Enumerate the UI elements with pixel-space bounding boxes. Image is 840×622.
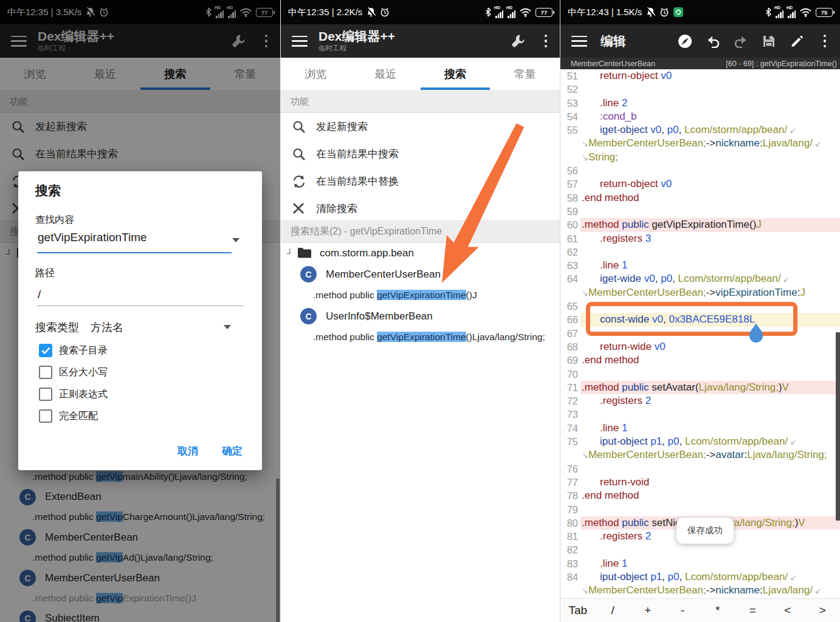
symbol-key-Tab[interactable]: Tab — [560, 604, 596, 617]
package-row[interactable]: ┘com.storm.app.bean — [281, 243, 560, 264]
navigate-compass-icon[interactable] — [671, 28, 699, 55]
ok-button[interactable]: 确定 — [213, 441, 251, 460]
method-result-row[interactable]: .method public getVipExpirationTime()Lja… — [281, 327, 560, 348]
symbol-key--[interactable]: - — [666, 604, 701, 617]
code-text: :cond_b — [600, 110, 637, 123]
symbol-key-<[interactable]: < — [770, 604, 805, 617]
code-wrap-row[interactable]: ↘String; — [560, 151, 840, 164]
checkbox-正则表达式[interactable]: 正则表达式 — [39, 385, 108, 403]
code-line-64[interactable]: 64iget-wide v0, p0, Lcom/storm/app/bean/… — [560, 272, 840, 285]
code-line-84[interactable]: 84iput-object p1, p0, Lcom/storm/app/bea… — [560, 570, 840, 584]
line-number: 72 — [560, 394, 578, 408]
text-cursor-handle[interactable] — [748, 323, 765, 349]
hd-label: HD — [494, 5, 500, 10]
checkbox-unchecked-icon[interactable] — [39, 366, 52, 379]
code-wrap-row[interactable]: ↘MemberCenterUserBean;->avatar:Ljava/lan… — [560, 448, 840, 462]
code-line-53[interactable]: 53.line 2 — [560, 97, 840, 110]
path-label: 路径 — [35, 267, 55, 280]
code-wrap-row[interactable]: ↘MemberCenterUserBean;->nickname:Ljava/l… — [560, 137, 840, 150]
undo-icon[interactable] — [699, 28, 727, 55]
redo-icon[interactable] — [727, 28, 755, 55]
checkbox-搜索子目录[interactable]: 搜索子目录 — [39, 341, 108, 360]
code-line-52[interactable]: 52 — [560, 83, 840, 96]
code-text: iput-object p1, p0, Lcom/storm/app/bean/… — [600, 435, 797, 449]
code-line-56[interactable]: 56 — [560, 164, 840, 177]
find-dropdown-icon[interactable] — [232, 238, 239, 242]
tree-expand-icon[interactable]: ┘ — [287, 248, 295, 258]
menu-item-清除搜索[interactable]: 清除搜索 — [281, 195, 560, 222]
symbol-key-/[interactable]: / — [596, 604, 631, 617]
code-line-60[interactable]: 60.method public getVipExpirationTime()J — [560, 218, 840, 231]
code-line-61[interactable]: 61.registers 3 — [560, 232, 840, 245]
code-wrap-row[interactable]: ↘MemberCenterUserBean;->nickname:Ljava/l… — [560, 584, 840, 597]
tab-最近[interactable]: 最近 — [351, 58, 421, 90]
line-number: 57 — [560, 177, 578, 191]
find-input[interactable]: getVipExpirationTime — [38, 231, 147, 244]
checkbox-unchecked-icon[interactable] — [39, 388, 52, 401]
code-scrollbar[interactable] — [836, 332, 840, 521]
left-phone-panel: 中午12:35 | 3.5K/s HD HD 77 Dex编辑器++ 临时工程 — [0, 0, 280, 622]
breadcrumb-class[interactable]: MemberCenterUserBean — [571, 60, 655, 68]
signal-icon-2: HD — [508, 7, 515, 18]
code-line-69[interactable]: 69.end method — [560, 354, 840, 367]
menu-item-发起新搜索[interactable]: 发起新搜索 — [281, 113, 560, 140]
code-line-63[interactable]: 63.line 1 — [560, 259, 840, 272]
symbol-key->[interactable]: > — [805, 604, 840, 617]
checkbox-checked-icon[interactable] — [39, 344, 52, 357]
code-line-76[interactable]: 76 — [560, 462, 840, 476]
build-wrench-icon[interactable] — [504, 28, 532, 55]
cancel-button[interactable]: 取消 — [169, 441, 207, 460]
line-number: 76 — [560, 462, 578, 476]
method-signature: .method public getVipExpirationTime()Lja… — [313, 332, 545, 343]
code-line-58[interactable]: 58.end method — [560, 191, 840, 205]
code-line-68[interactable]: 68return-wide v0 — [560, 340, 840, 354]
code-line-70[interactable]: 70 — [560, 367, 840, 381]
edit-pencil-icon[interactable] — [783, 28, 811, 55]
overflow-menu-icon[interactable] — [811, 28, 839, 55]
code-line-77[interactable]: 77return-void — [560, 476, 840, 489]
symbol-key-*[interactable]: * — [700, 604, 735, 617]
class-result-row[interactable]: CMemberCenterUserBean — [281, 264, 560, 285]
code-line-74[interactable]: 74.line 1 — [560, 422, 840, 435]
menu-item-在当前结果中替换[interactable]: 在当前结果中替换 — [281, 168, 560, 195]
code-line-54[interactable]: 54:cond_b — [560, 110, 840, 123]
search-type-dropdown-icon[interactable] — [224, 325, 231, 329]
code-text: .registers 2 — [600, 530, 651, 543]
code-wrap-row[interactable]: ↘MemberCenterUserBean;->vipExpirationTim… — [560, 286, 840, 299]
code-text: iput-object p1, p0, Lcom/storm/app/bean/… — [600, 570, 797, 584]
code-line-55[interactable]: 55iget-object v0, p0, Lcom/storm/app/bea… — [560, 123, 840, 137]
code-line-73[interactable]: 73 — [560, 408, 840, 421]
code-line-62[interactable]: 62 — [560, 245, 840, 259]
symbol-key-=[interactable]: = — [735, 604, 771, 617]
code-line-75[interactable]: 75iput-object p1, p0, Lcom/storm/app/bea… — [560, 435, 840, 448]
search-dialog: 搜索 查找内容 getVipExpirationTime 路径 / 搜索类型 方… — [18, 171, 262, 470]
method-result-row[interactable]: .method public getVipExpirationTime()J — [281, 285, 560, 306]
code-line-82[interactable]: 82 — [560, 543, 840, 556]
path-input[interactable]: / — [38, 288, 41, 301]
class-result-row[interactable]: CUserInfo$MemberBean — [281, 306, 560, 327]
tab-搜索[interactable]: 搜索 — [421, 58, 491, 90]
checkbox-区分大小写[interactable]: 区分大小写 — [39, 363, 108, 381]
menu-icon[interactable] — [571, 36, 587, 47]
code-line-71[interactable]: 71.method public setAvatar(Ljava/lang/St… — [560, 381, 840, 394]
highlight-box-annotation — [586, 302, 797, 336]
code-line-59[interactable]: 59 — [560, 205, 840, 218]
menu-icon[interactable] — [292, 36, 308, 47]
tab-常量[interactable]: 常量 — [490, 58, 560, 90]
save-icon[interactable] — [755, 28, 783, 55]
menu-item-在当前结果中搜索[interactable]: 在当前结果中搜索 — [281, 140, 560, 168]
code-line-78[interactable]: 78.end method — [560, 489, 840, 502]
code-line-72[interactable]: 72.registers 2 — [560, 394, 840, 408]
checkbox-完全匹配[interactable]: 完全匹配 — [39, 407, 98, 425]
symbol-key-+[interactable]: + — [630, 604, 666, 617]
code-line-57[interactable]: 57return-object v0 — [560, 177, 840, 191]
checkbox-unchecked-icon[interactable] — [39, 409, 52, 423]
code-line-83[interactable]: 83.line 1 — [560, 557, 840, 570]
overflow-menu-icon[interactable] — [532, 28, 560, 55]
code-line-51[interactable]: 51return-object v0 — [560, 69, 840, 83]
breadcrumb-method-range[interactable]: [60 - 69] : getVipExpirationTime() — [726, 60, 837, 68]
code-line-79[interactable]: 79 — [560, 503, 840, 516]
search-type-value[interactable]: 方法名 — [91, 321, 123, 333]
tab-浏览[interactable]: 浏览 — [281, 58, 351, 90]
search-type-row[interactable]: 搜索类型 方法名 — [35, 320, 123, 335]
